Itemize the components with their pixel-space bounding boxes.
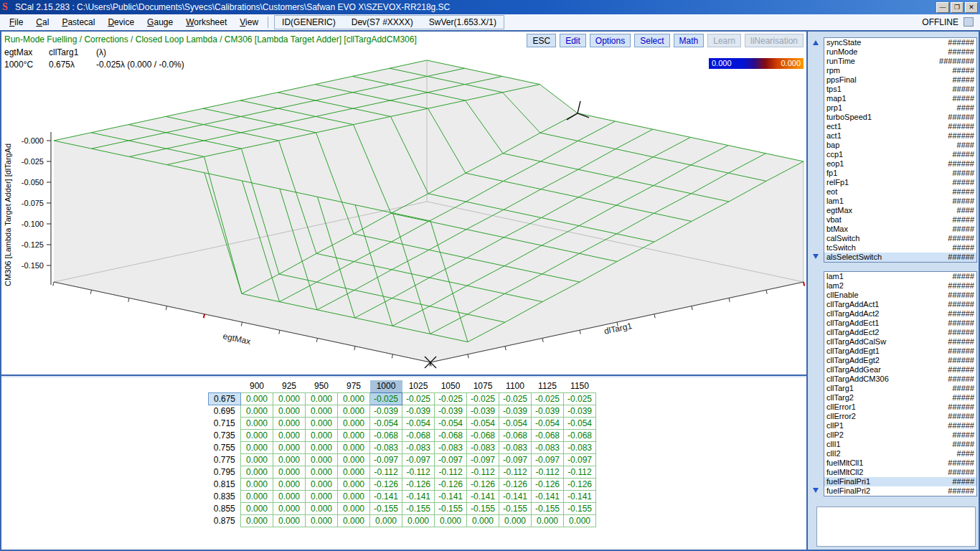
live-channel-cllTargAddGear[interactable]: cllTargAddGear######: [824, 365, 976, 375]
map-cell[interactable]: -0.126: [370, 478, 402, 490]
live-channel-fuelMltCll1[interactable]: fuelMltCll1######: [824, 458, 976, 468]
map-cell[interactable]: 0.000: [241, 441, 273, 453]
live-channel-ccp1[interactable]: ccp1#####: [824, 150, 976, 159]
map-cell[interactable]: -0.112: [467, 466, 499, 478]
map-cell[interactable]: 0.000: [370, 514, 402, 527]
minimize-button[interactable]: —: [936, 2, 949, 13]
map-cell[interactable]: 0.000: [241, 466, 273, 478]
scroll-up-icon[interactable]: [813, 40, 819, 45]
map-cell[interactable]: 0.000: [273, 514, 306, 527]
map-cell[interactable]: -0.083: [532, 441, 564, 453]
map-cell[interactable]: -0.068: [564, 429, 596, 441]
button-options[interactable]: Options: [590, 34, 631, 47]
map-cell[interactable]: 0.000: [306, 441, 338, 453]
map-cell[interactable]: 0.000: [338, 417, 370, 429]
map-cell[interactable]: 0.000: [338, 441, 370, 453]
column-header[interactable]: 1025: [402, 380, 435, 392]
map-cell[interactable]: -0.083: [467, 441, 499, 453]
map-cell[interactable]: 0.000: [241, 405, 273, 417]
row-header[interactable]: 0.715: [209, 417, 241, 429]
row-header[interactable]: 0.815: [209, 478, 241, 490]
map-cell[interactable]: -0.068: [370, 429, 402, 441]
column-header[interactable]: 1150: [564, 380, 596, 392]
button-esc[interactable]: ESC: [527, 34, 556, 47]
map-cell[interactable]: 0.000: [306, 405, 338, 417]
map-cell[interactable]: -0.054: [499, 417, 532, 429]
map-cell[interactable]: -0.141: [564, 490, 596, 502]
map-cell[interactable]: -0.112: [370, 466, 402, 478]
map-cell[interactable]: 0.000: [402, 514, 435, 527]
map-cell[interactable]: 0.000: [273, 466, 306, 478]
map-cell[interactable]: 0.000: [241, 392, 273, 405]
column-header[interactable]: 950: [306, 380, 338, 392]
map-cell[interactable]: 0.000: [306, 429, 338, 441]
live-channel-prp1[interactable]: prp1####: [824, 103, 976, 113]
map-cell[interactable]: -0.155: [467, 502, 499, 514]
map-cell[interactable]: -0.141: [467, 490, 499, 502]
map-cell[interactable]: 0.000: [273, 392, 306, 405]
live-channel-cllTargAddEgt2[interactable]: cllTargAddEgt2######: [824, 356, 976, 365]
live-channel-lam1[interactable]: lam1#####: [824, 197, 976, 206]
live-channel-lam1[interactable]: lam1#####: [824, 272, 976, 281]
row-header[interactable]: 0.675: [209, 392, 241, 405]
live-channel-cllP2[interactable]: cllP2#####: [824, 430, 976, 440]
map-cell[interactable]: -0.083: [402, 441, 435, 453]
live-channel-cllEnable[interactable]: cllEnable######: [824, 291, 976, 300]
close-button[interactable]: ✕: [965, 2, 978, 13]
map-cell[interactable]: 0.000: [532, 514, 564, 527]
map-cell[interactable]: 0.000: [273, 478, 306, 490]
map-cell[interactable]: -0.141: [435, 490, 467, 502]
map-cell[interactable]: -0.112: [499, 466, 532, 478]
live-channel-turboSpeed1[interactable]: turboSpeed1######: [824, 113, 976, 122]
map-cell[interactable]: -0.025: [370, 392, 402, 405]
notes-box[interactable]: [816, 507, 976, 547]
live-channel-bap[interactable]: bap####: [824, 141, 976, 150]
button-select[interactable]: Select: [634, 34, 669, 47]
map-cell[interactable]: 0.000: [306, 502, 338, 514]
row-header[interactable]: 0.755: [209, 441, 241, 453]
live-channel-tcSwitch[interactable]: tcSwitch#####: [824, 243, 976, 253]
map-cell[interactable]: -0.039: [370, 405, 402, 417]
live-channel-fuelFinalPri1[interactable]: fuelFinalPri1#####: [824, 477, 976, 486]
row-header[interactable]: 0.875: [209, 514, 241, 527]
live-channel-fuelFinalPri2[interactable]: fuelFinalPri2######: [824, 486, 976, 496]
map-cell[interactable]: -0.155: [499, 502, 532, 514]
map-cell[interactable]: -0.126: [467, 478, 499, 490]
live-channel-cllTargAddAct1[interactable]: cllTargAddAct1######: [824, 300, 976, 309]
map-cell[interactable]: -0.141: [402, 490, 435, 502]
live-channel-egtMax[interactable]: egtMax####: [824, 206, 976, 215]
map-cell[interactable]: -0.097: [435, 453, 467, 466]
live-channel-runMode[interactable]: runMode######: [824, 47, 976, 57]
map-cell[interactable]: -0.126: [532, 478, 564, 490]
map-cell[interactable]: -0.155: [402, 502, 435, 514]
map-cell[interactable]: 0.000: [306, 466, 338, 478]
live-channel-fuelMltCll2[interactable]: fuelMltCll2######: [824, 468, 976, 477]
row-header[interactable]: 0.775: [209, 453, 241, 466]
map-cell[interactable]: -0.097: [532, 453, 564, 466]
map-cell[interactable]: 0.000: [306, 392, 338, 405]
breadcrumb[interactable]: Run-Mode Fuelling / Corrections / Closed…: [4, 34, 417, 44]
map-cell[interactable]: -0.039: [467, 405, 499, 417]
map-cell[interactable]: -0.025: [402, 392, 435, 405]
map-cell[interactable]: -0.097: [370, 453, 402, 466]
map-cell[interactable]: 0.000: [241, 514, 273, 527]
map-cell[interactable]: 0.000: [338, 490, 370, 502]
live-channel-cllTargAddEct2[interactable]: cllTargAddEct2######: [824, 328, 976, 337]
row-header[interactable]: 0.835: [209, 490, 241, 502]
map-cell[interactable]: 0.000: [273, 502, 306, 514]
map-cell[interactable]: -0.054: [532, 417, 564, 429]
live-channel-alsSelectSwitch[interactable]: alsSelectSwitch######: [824, 253, 976, 262]
live-channel-relFp1[interactable]: relFp1#####: [824, 178, 976, 187]
map-cell[interactable]: 0.000: [306, 417, 338, 429]
map-cell[interactable]: 0.000: [273, 405, 306, 417]
live-channel-cllError1[interactable]: cllError1######: [824, 402, 976, 412]
column-header[interactable]: 1100: [499, 380, 532, 392]
map-cell[interactable]: -0.097: [467, 453, 499, 466]
live-channel-cllP1[interactable]: cllP1######: [824, 421, 976, 430]
map-cell[interactable]: -0.083: [435, 441, 467, 453]
column-header[interactable]: 925: [273, 380, 306, 392]
map-cell[interactable]: -0.025: [499, 392, 532, 405]
live-channel-eot[interactable]: eot#####: [824, 187, 976, 197]
live-channel-cllI2[interactable]: cllI2####: [824, 449, 976, 458]
menu-item-worksheet[interactable]: Worksheet: [179, 15, 233, 29]
